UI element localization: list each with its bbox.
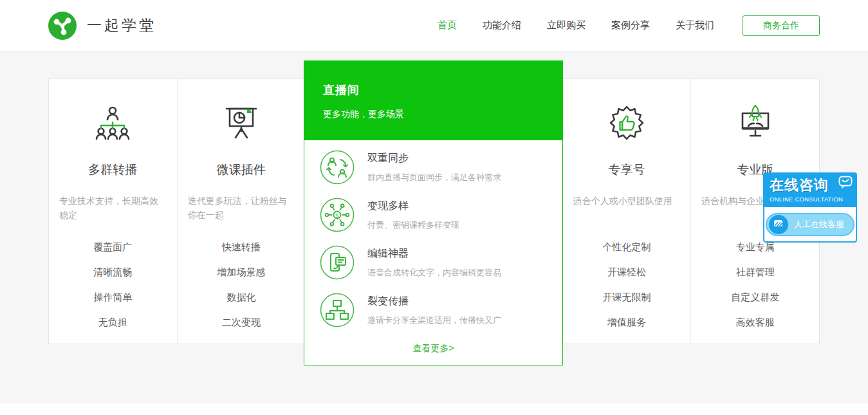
card-description: 适合个人或小型团队使用 — [563, 194, 691, 231]
popup-item-editing-tool[interactable]: 编辑神器语音合成转化文字，内容编辑更容易 — [320, 245, 547, 280]
nav-item-home[interactable]: 首页 — [438, 19, 457, 32]
nav-item-cases[interactable]: 案例分享 — [611, 19, 650, 32]
nav-item-about[interactable]: 关于我们 — [676, 19, 714, 32]
card-feature-item: 增加场景感 — [217, 266, 266, 279]
group-relay-icon — [92, 102, 133, 143]
card-feature-item: 专业专属 — [731, 241, 779, 254]
popup-item-title: 双重同步 — [367, 152, 501, 165]
card-feature-item: 二次变现 — [217, 317, 266, 329]
card-feature-item: 清晰流畅 — [93, 266, 132, 279]
card-feature-item: 高效客服 — [731, 317, 779, 329]
card-feature-item: 开课无限制 — [603, 291, 651, 304]
consultation-header[interactable]: 在线咨询 ONLINE CONSULTATION — [763, 172, 857, 207]
brand[interactable]: 一起学堂 — [48, 12, 156, 40]
monetize-network-icon: $ — [320, 198, 355, 232]
live-room-popup: 直播间 更多功能，更多场景 双重同步群内直播与页面同步，满足各种需求 $变现多样… — [304, 60, 563, 365]
share-node-icon — [48, 12, 77, 40]
card-feature-item: 快速转播 — [217, 241, 266, 254]
business-cooperation-button[interactable]: 商务合作 — [743, 15, 820, 36]
main-section: 多群转播专业技术支持，长期高效稳定覆盖面广清晰流畅操作简单无负担 微课插件迭代更… — [0, 51, 868, 403]
card-title: 微课插件 — [217, 161, 266, 178]
popup-subtitle: 更多功能，更多场景 — [323, 109, 544, 120]
card-feature-item: 操作简单 — [93, 291, 132, 304]
feature-card-exclusive-account[interactable]: 专享号适合个人或小型团队使用个性化定制开课轻松开课无限制增值服务 — [563, 79, 692, 344]
popup-item-title: 变现多样 — [367, 199, 459, 213]
brand-name: 一起学堂 — [87, 15, 156, 35]
human-service-label: 人工在线客服 — [794, 219, 844, 230]
live-room-popup-header: 直播间 更多功能，更多场景 — [304, 60, 563, 140]
popup-item-description: 邀请卡分享全渠道适用，传播快又广 — [367, 315, 501, 326]
card-description: 专业技术支持，长期高效稳定 — [49, 194, 177, 231]
popup-item-dual-sync[interactable]: 双重同步群内直播与页面同步，满足各种需求 — [320, 150, 547, 185]
consultation-subtitle: ONLINE CONSULTATION — [770, 196, 853, 203]
card-description: 迭代更多玩法，让粉丝与你在一起 — [178, 194, 306, 231]
card-feature-item: 自定义群发 — [731, 291, 779, 304]
card-title: 专享号 — [609, 161, 645, 178]
nav-item-features[interactable]: 功能介绍 — [483, 19, 521, 32]
consultation-body: 人工在线客服 — [763, 207, 857, 243]
network-share-icon — [320, 293, 355, 327]
card-title: 多群转播 — [88, 161, 137, 178]
sync-users-icon — [320, 150, 355, 185]
feature-card-micro-course-plugin[interactable]: 微课插件迭代更多玩法，让粉丝与你在一起快速转播增加场景感数据化二次变现 — [178, 79, 306, 344]
live-room-popup-body: 双重同步群内直播与页面同步，满足各种需求 $变现多样付费、密钥课程多样变现 编辑… — [304, 140, 563, 365]
online-consultation-widget: 在线咨询 ONLINE CONSULTATION — [763, 172, 857, 243]
card-feature-item: 社群管理 — [731, 266, 779, 279]
main-nav: 首页功能介绍立即购买案例分享关于我们商务合作 — [438, 15, 820, 36]
view-more-link[interactable]: 查看更多> — [320, 343, 547, 355]
card-feature-item: 增值服务 — [603, 317, 651, 329]
popup-item-title: 裂变传播 — [367, 295, 501, 308]
phone-edit-icon — [320, 245, 355, 280]
card-feature-item: 无负担 — [93, 317, 132, 329]
presentation-icon — [221, 102, 262, 143]
badge-thumbs-icon — [606, 102, 647, 143]
popup-item-description: 语音合成转化文字，内容编辑更容易 — [367, 267, 501, 279]
card-feature-item: 数据化 — [217, 291, 266, 304]
card-feature-item: 覆盖面广 — [93, 241, 132, 254]
top-nav: 一起学堂 首页功能介绍立即购买案例分享关于我们商务合作 — [0, 0, 868, 51]
popup-item-description: 群内直播与页面同步，满足各种需求 — [367, 172, 501, 183]
svg-text:$: $ — [335, 212, 339, 219]
card-feature-list: 专业专属社群管理自定义群发高效客服 — [731, 241, 779, 342]
card-feature-item: 开课轻松 — [603, 266, 651, 279]
card-feature-list: 覆盖面广清晰流畅操作简单无负担 — [93, 241, 132, 342]
popup-item-description: 付费、密钥课程多样变现 — [367, 219, 459, 231]
card-feature-list: 快速转播增加场景感数据化二次变现 — [217, 241, 266, 342]
card-feature-item: 个性化定制 — [603, 241, 651, 254]
card-feature-list: 个性化定制开课轻松开课无限制增值服务 — [603, 241, 651, 342]
popup-item-title: 编辑神器 — [367, 247, 501, 261]
nav-item-buy[interactable]: 立即购买 — [547, 19, 586, 32]
rocket-monitor-icon — [735, 102, 776, 143]
chat-bubble-icon — [837, 174, 854, 191]
popup-item-viral-spread[interactable]: 裂变传播邀请卡分享全渠道适用，传播快又广 — [320, 293, 547, 327]
popup-item-diverse-monetization[interactable]: $变现多样付费、密钥课程多样变现 — [320, 198, 547, 232]
human-service-button[interactable]: 人工在线客服 — [766, 213, 854, 236]
popup-title: 直播间 — [323, 82, 544, 98]
page: 一起学堂 首页功能介绍立即购买案例分享关于我们商务合作 多群转播专业技术支持，长… — [0, 0, 868, 415]
chat-service-icon — [769, 215, 788, 234]
feature-card-multi-group-relay[interactable]: 多群转播专业技术支持，长期高效稳定覆盖面广清晰流畅操作简单无负担 — [49, 79, 178, 344]
